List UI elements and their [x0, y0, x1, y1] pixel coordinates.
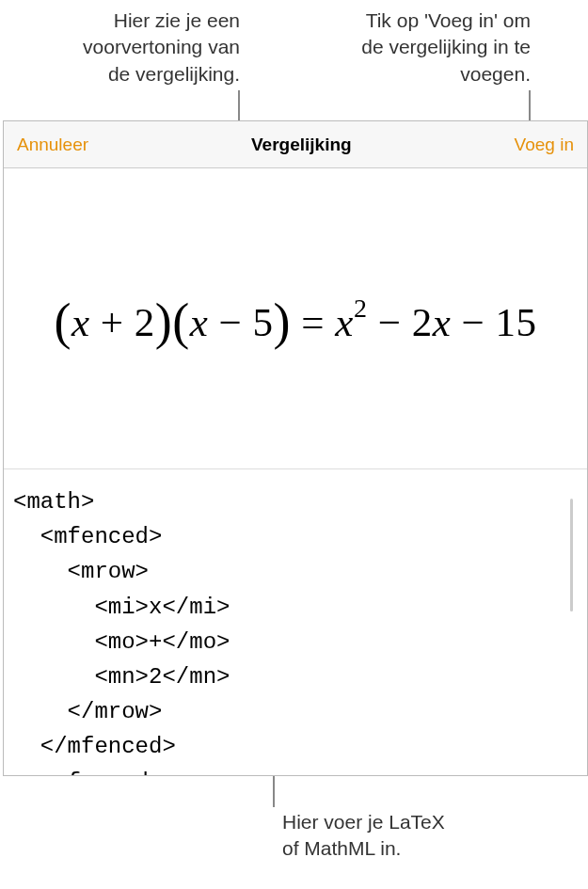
eq-minus3: − — [451, 300, 495, 344]
eq-lparen1: ( — [54, 294, 71, 350]
scroll-indicator — [570, 499, 573, 611]
eq-rparen2: ) — [274, 294, 291, 350]
eq-x1: x — [72, 300, 90, 344]
eq-minus2: − — [367, 300, 411, 344]
eq-5: 5 — [253, 300, 274, 344]
eq-plus: + — [90, 300, 135, 344]
cancel-button[interactable]: Annuleer — [17, 135, 88, 155]
callout-insert: Tik op 'Voeg in' omde vergelijking in te… — [342, 8, 531, 87]
eq-x3: x — [335, 300, 354, 344]
editor-header: Annuleer Vergelijking Voeg in — [4, 121, 587, 168]
eq-equals: = — [291, 300, 335, 344]
eq-rparen1: ) — [155, 294, 172, 350]
equation-preview: (x + 2)(x − 5) = x2 − 2x − 15 — [4, 168, 587, 469]
editor-title: Vergelijking — [251, 135, 352, 155]
equation-rendered: (x + 2)(x − 5) = x2 − 2x − 15 — [54, 290, 536, 348]
callout-input: Hier voer je LaTeXof MathML in. — [282, 809, 517, 863]
eq-15: 15 — [496, 300, 537, 344]
eq-2x-num: 2 — [412, 300, 433, 344]
eq-sup: 2 — [354, 294, 368, 323]
callout-preview: Hier zie je eenvoorvertoning vande verge… — [38, 8, 240, 87]
equation-editor-panel: Annuleer Vergelijking Voeg in (x + 2)(x … — [3, 120, 588, 776]
eq-lparen2: ( — [172, 294, 189, 350]
insert-button[interactable]: Voeg in — [515, 135, 574, 155]
eq-2: 2 — [135, 300, 155, 344]
eq-minus1: − — [208, 300, 252, 344]
eq-x4: x — [433, 300, 452, 344]
eq-x2: x — [190, 300, 209, 344]
code-input[interactable]: <math> <mfenced> <mrow> <mi>x</mi> <mo>+… — [4, 469, 587, 775]
